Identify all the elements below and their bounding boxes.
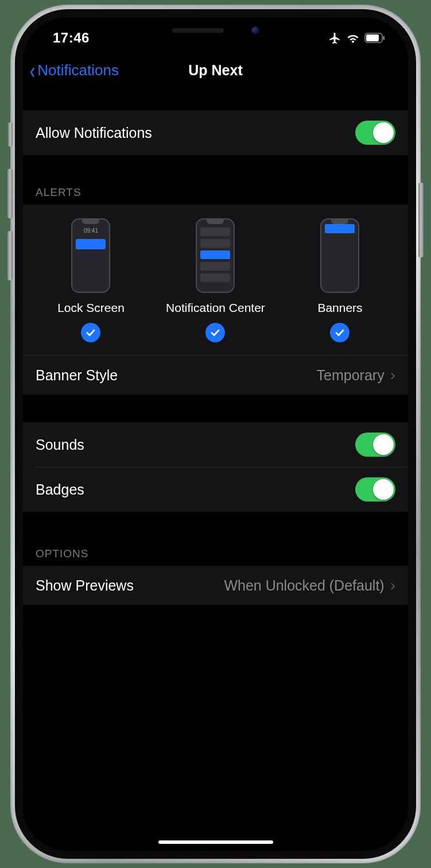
lock-preview-time: 09:41: [72, 227, 109, 234]
banner-style-label: Banner Style: [36, 367, 118, 384]
status-time: 17:46: [42, 30, 90, 46]
volume-up-button[interactable]: [7, 169, 13, 218]
group-sounds-badges: Sounds Badges: [23, 422, 408, 512]
content: Allow Notifications Alerts 09:41: [23, 90, 408, 605]
alert-option-banners[interactable]: Banners: [278, 218, 402, 342]
group-options: Show Previews When Unlocked (Default) ›: [23, 566, 408, 605]
sounds-label: Sounds: [36, 437, 84, 453]
home-indicator[interactable]: [158, 840, 273, 844]
row-show-previews[interactable]: Show Previews When Unlocked (Default) ›: [23, 566, 408, 605]
banner-style-value: Temporary: [317, 367, 385, 384]
chevron-left-icon: ‹: [30, 59, 35, 82]
badges-label: Badges: [36, 481, 84, 498]
row-banner-style[interactable]: Banner Style Temporary ›: [23, 355, 408, 395]
group-allow: Allow Notifications: [23, 110, 408, 155]
checkmark-icon: [205, 323, 225, 342]
sounds-toggle[interactable]: [355, 433, 395, 457]
back-button[interactable]: ‹ Notifications: [29, 52, 119, 89]
row-allow-notifications[interactable]: Allow Notifications: [23, 110, 408, 155]
chevron-right-icon: ›: [390, 576, 395, 595]
screen: 17:46: [23, 17, 408, 851]
section-header-alerts: Alerts: [23, 178, 408, 205]
checkmark-icon: [330, 323, 350, 342]
device-frame: 17:46: [10, 5, 421, 863]
section-header-options: Options: [23, 539, 408, 566]
back-label: Notifications: [37, 61, 119, 79]
row-sounds[interactable]: Sounds: [23, 422, 408, 467]
banner-preview-icon: [320, 218, 359, 293]
volume-down-button[interactable]: [7, 231, 13, 280]
alert-option-lock-screen[interactable]: 09:41 Lock Screen: [29, 218, 153, 342]
alert-label-nc: Notification Center: [166, 301, 265, 315]
allow-notifications-toggle[interactable]: [355, 121, 395, 145]
svg-rect-2: [383, 36, 385, 40]
alert-label-lock: Lock Screen: [57, 301, 125, 315]
wifi-icon: [346, 32, 360, 44]
nav-bar: ‹ Notifications Up Next: [23, 52, 408, 90]
mute-switch[interactable]: [8, 122, 13, 146]
status-bar: 17:46: [23, 17, 408, 52]
row-badges[interactable]: Badges: [23, 467, 408, 512]
svg-rect-1: [366, 34, 379, 41]
power-button[interactable]: [418, 183, 424, 257]
group-alerts: 09:41 Lock Screen: [23, 205, 408, 395]
alert-label-banners: Banners: [317, 301, 362, 315]
notification-center-preview-icon: [196, 218, 235, 293]
screen-wrap: 17:46: [23, 17, 408, 851]
status-right: [328, 31, 389, 45]
lock-screen-preview-icon: 09:41: [71, 218, 110, 293]
allow-notifications-label: Allow Notifications: [36, 125, 152, 141]
device-inner: 17:46: [15, 9, 416, 859]
page-title: Up Next: [188, 62, 242, 79]
show-previews-value: When Unlocked (Default): [224, 577, 384, 594]
airplane-mode-icon: [328, 31, 341, 45]
chevron-right-icon: ›: [390, 366, 395, 384]
show-previews-label: Show Previews: [36, 577, 134, 594]
badges-toggle[interactable]: [355, 477, 395, 501]
checkmark-icon: [81, 323, 100, 342]
battery-icon: [364, 33, 385, 43]
alert-option-notification-center[interactable]: Notification Center: [154, 218, 277, 342]
alerts-row: 09:41 Lock Screen: [23, 205, 408, 355]
